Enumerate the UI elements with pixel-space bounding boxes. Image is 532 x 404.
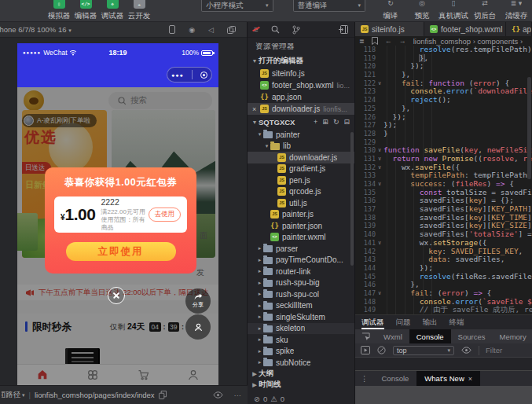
tab-terminal[interactable]: 终端	[449, 315, 464, 329]
preview-button[interactable]: ◎ 预览	[406, 0, 438, 21]
nav-back-icon[interactable]: ←	[385, 37, 392, 45]
search-icon[interactable]	[271, 25, 280, 34]
copy-icon[interactable]	[159, 391, 167, 399]
code-line[interactable]: 142 key: SAVED_FILES_KEY,	[355, 248, 532, 256]
code-line[interactable]: 127});	[355, 121, 532, 130]
tree-item[interactable]: ▸rush-spu-big	[248, 277, 354, 289]
tree-item[interactable]: ▸payTimeCountDo...	[248, 255, 354, 266]
timeline-section[interactable]: ▶ 时间线	[248, 380, 354, 391]
use-coupon-link[interactable]: 去使用	[149, 208, 182, 222]
chevron-down-icon[interactable]: ▾	[22, 392, 25, 398]
code-line[interactable]: 128}	[355, 130, 532, 138]
close-icon[interactable]: ×	[468, 375, 472, 383]
outline-section[interactable]: ▶ 大纲	[248, 369, 354, 380]
collapse-all-icon[interactable]: ⊟	[343, 118, 350, 126]
code-line[interactable]: 134∨ success: (fileRes) => {	[355, 180, 532, 189]
code-area[interactable]: 118 resolve(res.tempFilePath);119 },120 …	[355, 46, 532, 314]
compile-mode-select[interactable]: 普通编译 ▾	[293, 0, 366, 12]
code-line[interactable]: 143 data: savedFiles,	[355, 255, 532, 264]
fold-arrow[interactable]: ∨	[376, 146, 383, 155]
devtools-tab-console[interactable]: Console	[409, 329, 451, 343]
tab-problems[interactable]: 问题	[396, 315, 411, 329]
git-branch-icon[interactable]	[292, 25, 300, 35]
fold-arrow[interactable]: ∨	[376, 180, 383, 189]
phone-frame-icon[interactable]	[169, 25, 175, 34]
pin-panel-icon[interactable]	[339, 25, 348, 34]
code-line[interactable]: 132∨ wx.saveFile({	[355, 163, 532, 172]
tab-debugger[interactable]: 调试器	[361, 315, 384, 329]
code-line[interactable]: 121 },	[355, 71, 532, 79]
eye-icon[interactable]	[213, 391, 223, 398]
tree-item[interactable]: ▸skeleton	[248, 323, 354, 335]
tree-item[interactable]: ▾painter	[248, 129, 354, 141]
fold-arrow[interactable]: ∨	[376, 79, 383, 88]
code-line[interactable]: 124 reject();	[355, 96, 532, 105]
new-folder-icon[interactable]: ⊞	[322, 118, 328, 126]
code-line[interactable]: 140 savedFiles['totalSize'] = newFileSiz…	[355, 230, 532, 239]
filter-input[interactable]	[479, 346, 518, 355]
clear-cache-button[interactable]: ≣ ▾ 清缓存	[501, 0, 532, 21]
code-line[interactable]: 122∨ fail: function (error) {	[355, 79, 532, 88]
tree-item[interactable]: ▾lib	[248, 141, 354, 152]
console-log-area[interactable]	[355, 358, 532, 370]
tree-item[interactable]: JSdownloader.js	[248, 152, 354, 163]
fold-arrow[interactable]: ∨	[376, 239, 383, 248]
editor-button[interactable]: </> 编辑器	[72, 0, 99, 21]
open-editor-item[interactable]: <>footer_shop.wxmllio...	[248, 79, 354, 91]
tree-item[interactable]: JSpen.js	[248, 174, 354, 186]
close-popup-icon[interactable]	[108, 287, 125, 304]
detach-window-icon[interactable]	[227, 26, 236, 34]
tree-item[interactable]: ▸rush-spu-col	[248, 288, 354, 300]
tab-siteinfo-js[interactable]: JS siteinfo.js	[355, 22, 424, 36]
clear-console-icon[interactable]	[377, 346, 386, 354]
device-select[interactable]: iPhone 6/7/8 100% 16 ▾	[0, 25, 85, 34]
mode-select[interactable]: 小程序模式 ▾	[201, 0, 273, 12]
code-line[interactable]: 139 savedFiles[key][KEY_SIZE] = newFileS…	[355, 222, 532, 230]
open-editor-item[interactable]: ×JSdownloader.jslionfis...	[248, 103, 354, 115]
open-editors-header[interactable]: ▼ 打开的编辑器	[248, 53, 354, 68]
tab-output[interactable]: 输出	[423, 315, 438, 329]
tree-item[interactable]: ▸seckillItem	[248, 300, 354, 312]
code-line[interactable]: 126 });	[355, 113, 532, 122]
sound-icon[interactable]: ◁	[208, 26, 214, 34]
code-line[interactable]: 125 },	[355, 105, 532, 113]
open-editor-item[interactable]: {}app.json	[248, 91, 354, 103]
new-file-icon[interactable]: +	[314, 118, 317, 126]
fold-arrow[interactable]: ∨	[376, 155, 383, 163]
use-now-button[interactable]: 立即使用	[66, 242, 176, 261]
nav-forward-icon[interactable]: →	[399, 37, 406, 45]
contact-float-button[interactable]	[185, 314, 211, 340]
eval-context-icon[interactable]	[361, 346, 370, 354]
tab-app-json[interactable]: {} app.json	[506, 22, 532, 36]
editor-scrollbar[interactable]	[527, 77, 531, 179]
more-menu-icon[interactable]: ●●●	[171, 72, 184, 78]
context-select[interactable]: top ▾	[393, 346, 454, 355]
code-line[interactable]: 133 tempFilePath: tempFilePath,	[355, 171, 532, 180]
tree-item[interactable]: ▸spike	[248, 346, 354, 358]
fold-arrow[interactable]: ∨	[376, 289, 383, 298]
tab-footer-shop-wxml[interactable]: <> footer_shop.wxml	[424, 22, 506, 36]
code-line[interactable]: 138 savedFiles[key][KEY_TIME] = new Date…	[355, 214, 532, 222]
devtools-tab-sources[interactable]: Sources	[451, 329, 493, 343]
code-line[interactable]: 147∨ fail: (error) => {	[355, 289, 532, 298]
tree-item[interactable]: JSpainter.js	[248, 209, 354, 221]
problems-status[interactable]: ⊘0 ⚠0	[248, 391, 354, 404]
code-line[interactable]: 135 const totalSize = savedFiles[KEY_TOT…	[355, 189, 532, 197]
code-line[interactable]: 145 resolve(fileRes.savedFilePath);	[355, 273, 532, 281]
list-icon[interactable]: ≣	[359, 38, 365, 45]
tree-item[interactable]: JSqrcode.js	[248, 186, 354, 198]
tree-item[interactable]: ▸singleSkuItem	[248, 311, 354, 323]
share-float-button[interactable]: 分享	[185, 288, 211, 314]
more-options-icon[interactable]: ···	[234, 391, 242, 399]
tree-item[interactable]: ▸router-link	[248, 266, 354, 277]
devtools-tab-wxml[interactable]: Wxml	[376, 329, 409, 343]
tree-item[interactable]: JSutil.js	[248, 197, 354, 209]
code-line[interactable]: 141∨ wx.setStorage({	[355, 239, 532, 248]
code-line[interactable]: 149 // 由于 saveFile 成功后, res.tempFi	[355, 306, 532, 314]
tree-item[interactable]: ▸subNotice	[248, 357, 354, 369]
code-line[interactable]: 123 console.error(`downloadFile failed: …	[355, 87, 532, 96]
compile-button[interactable]: ↻ 编译	[375, 0, 406, 21]
open-editor-item[interactable]: JSsiteinfo.js	[248, 68, 354, 79]
debugger-button[interactable]: ❉ 调试器	[99, 0, 126, 21]
cloud-dev-button[interactable]: ☁ 云开发	[126, 0, 152, 21]
